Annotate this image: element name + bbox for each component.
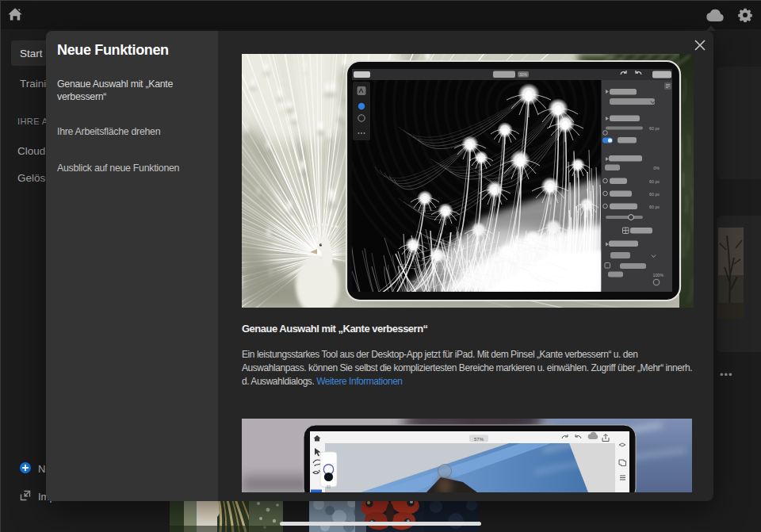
- svg-text:60 px: 60 px: [649, 126, 660, 131]
- svg-text:60 px: 60 px: [649, 179, 660, 184]
- svg-text:57%: 57%: [474, 437, 484, 442]
- svg-text:60: 60: [327, 485, 331, 489]
- svg-text:60 px: 60 px: [649, 192, 660, 197]
- svg-text:0%: 0%: [653, 166, 660, 170]
- svg-text:60 px: 60 px: [649, 205, 660, 209]
- svg-text:30%: 30%: [519, 72, 528, 77]
- svg-text:100%: 100%: [652, 273, 663, 277]
